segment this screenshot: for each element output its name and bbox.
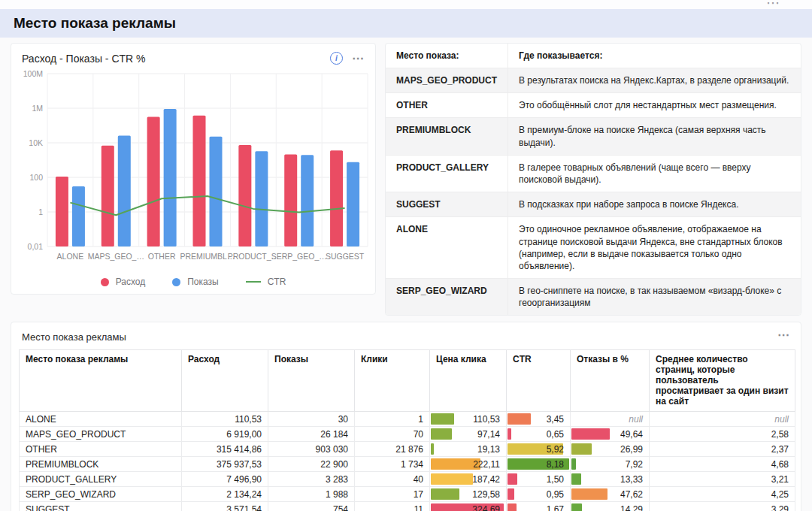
- column-header[interactable]: Показы: [268, 350, 355, 412]
- info-table-row: ALONEЭто одиночное рекламное объявление,…: [386, 217, 801, 279]
- impressions-cell: 3 283: [268, 472, 355, 487]
- chart-menu-icon[interactable]: ⋯: [352, 55, 365, 62]
- pages-cell: 3,21: [650, 472, 795, 487]
- placement-description: В результатах поиска на Яндекс.Картах, в…: [508, 68, 801, 93]
- impressions-cell: 30: [268, 412, 355, 427]
- ctr-cell-value: 0,95: [513, 489, 564, 500]
- bounce-cell: 49,64: [571, 427, 650, 442]
- bounce-cell-value: 13,33: [577, 474, 643, 485]
- x-axis-category-label: SERP_GEO_…: [271, 252, 327, 261]
- ctr-cell-value: 1,50: [513, 474, 564, 485]
- chart-bar-расход: [56, 177, 68, 246]
- x-axis-category-label: SUGGEST: [326, 252, 365, 261]
- chart-bar-показы: [118, 135, 131, 246]
- spend-cell: 375 937,53: [182, 457, 268, 472]
- chart-bar-показы: [301, 155, 314, 246]
- y-axis-tick-label: 0,01: [28, 242, 44, 251]
- y-axis-tick-label: 10K: [29, 138, 43, 147]
- info-table-row: OTHERЭто обобщённый слот для нестандартн…: [386, 93, 801, 118]
- y-axis-tick-label: 100M: [23, 69, 43, 78]
- ctr-cell-value: 0,65: [513, 429, 564, 440]
- chart-bar-расход: [102, 146, 114, 246]
- placement-cell: SUGGEST: [20, 502, 182, 511]
- placement-name: MAPS_GEO_PRODUCT: [386, 68, 508, 93]
- table-menu-icon[interactable]: ⋯: [777, 331, 790, 339]
- clicks-cell: 70: [355, 427, 430, 442]
- y-axis-tick-label: 1: [38, 207, 43, 216]
- column-header[interactable]: Расход: [182, 350, 268, 412]
- column-header[interactable]: Клики: [355, 350, 430, 412]
- column-header[interactable]: Среднее количество страниц, которые поль…: [650, 350, 795, 412]
- y-axis-tick-label: 100: [29, 173, 43, 182]
- impressions-cell: 1 988: [268, 487, 355, 502]
- table-row: PRODUCT_GALLERY7 496,903 28340187,421,50…: [20, 472, 795, 487]
- bounce-cell: 26,99: [571, 442, 650, 457]
- column-header[interactable]: Отказы в %: [571, 350, 650, 412]
- column-header[interactable]: CTR: [507, 350, 571, 412]
- ctr-cell: 0,65: [507, 427, 571, 442]
- cpc-cell-value: 222,11: [436, 459, 500, 470]
- combo-chart: 100M1M10K10010,01ALONEMAPS_GEO_…OTHERPRE…: [11, 65, 375, 269]
- placement-name: OTHER: [386, 93, 508, 118]
- pages-cell: 4,25: [650, 487, 795, 502]
- bounce-cell-value: 26,99: [577, 444, 643, 455]
- placement-cell: ALONE: [20, 412, 182, 427]
- placements-data-table: Место показа рекламыРасходПоказыКликиЦен…: [19, 349, 795, 511]
- chart-widget: Расход - Показы - CTR % i ⋯ 100M1M10K100…: [11, 43, 376, 295]
- info-header-place: Место показа:: [386, 44, 508, 68]
- column-header[interactable]: Место показа рекламы: [20, 350, 182, 412]
- pages-cell: 2,37: [650, 442, 795, 457]
- spend-cell: 6 919,00: [182, 427, 268, 442]
- info-table-row: SERP_GEO_WIZARDВ гео-сниппете на поиске,…: [386, 279, 801, 316]
- cpc-cell: 19,13: [430, 442, 507, 457]
- placement-description: Это обобщённый слот для нестандартных ме…: [508, 93, 801, 118]
- legend-item-показы[interactable]: Показы: [172, 277, 218, 287]
- ctr-cell: 5,92: [507, 442, 571, 457]
- table-row: SERP_GEO_WIZARD2 134,241 98817129,580,95…: [20, 487, 795, 502]
- cpc-cell: 110,53: [430, 412, 507, 427]
- x-axis-category-label: PREMIUMBL…: [180, 252, 235, 261]
- legend-label: CTR: [268, 277, 286, 287]
- placement-cell: PRODUCT_GALLERY: [20, 472, 182, 487]
- ctr-cell-value: 1,67: [513, 504, 564, 511]
- placement-description: В гео-сниппете на поиске, в так называем…: [508, 279, 801, 316]
- cpc-cell-value: 187,42: [436, 474, 500, 485]
- bounce-cell-value: 7,92: [577, 459, 643, 470]
- data-table-title: Место показа рекламы: [22, 331, 126, 343]
- cpc-cell-value: 19,13: [436, 444, 500, 455]
- legend-label: Расход: [116, 277, 146, 287]
- bounce-cell: 7,92: [571, 457, 650, 472]
- cpc-cell: 129,58: [430, 487, 507, 502]
- ctr-cell-bar: [508, 428, 511, 440]
- info-icon[interactable]: i: [330, 52, 343, 65]
- page-title: Место показа рекламы: [14, 15, 176, 32]
- placement-name: SUGGEST: [386, 192, 508, 217]
- bounce-cell-value: 47,62: [577, 489, 643, 500]
- ctr-cell-value: 3,45: [513, 414, 564, 425]
- placement-name: PRODUCT_GALLERY: [386, 155, 508, 192]
- impressions-cell: 22 900: [268, 457, 355, 472]
- legend-item-ctr[interactable]: CTR: [246, 277, 286, 287]
- dashboard-content: Расход - Показы - CTR % i ⋯ 100M1M10K100…: [0, 38, 812, 511]
- chart-bar-расход: [147, 117, 160, 246]
- page-menu-icon[interactable]: ⋯: [766, 0, 780, 11]
- chart-bar-расход: [330, 150, 343, 246]
- clicks-cell: 17: [355, 487, 430, 502]
- legend-item-расход[interactable]: Расход: [101, 277, 146, 287]
- chart-bar-расход: [193, 116, 206, 246]
- pages-cell: 4,68: [650, 457, 795, 472]
- placement-description: Это одиночное рекламное объявление, отоб…: [508, 217, 801, 279]
- info-table-row: PREMIUMBLOCKВ премиум-блоке на поиске Ян…: [386, 118, 801, 155]
- ctr-cell: 3,45: [507, 412, 571, 427]
- column-header[interactable]: Цена клика: [430, 350, 507, 412]
- clicks-cell: 40: [355, 472, 430, 487]
- cpc-cell-value: 97,14: [436, 429, 500, 440]
- chart-bar-показы: [72, 186, 85, 246]
- spend-cell: 7 496,90: [182, 472, 268, 487]
- ctr-cell-value: 5,92: [513, 444, 564, 455]
- impressions-cell: 903 030: [268, 442, 355, 457]
- chart-legend: РасходПоказыCTR: [11, 272, 375, 292]
- y-axis-tick-label: 1M: [32, 104, 43, 113]
- legend-dot-marker: [172, 278, 180, 286]
- legend-dot-marker: [101, 278, 109, 286]
